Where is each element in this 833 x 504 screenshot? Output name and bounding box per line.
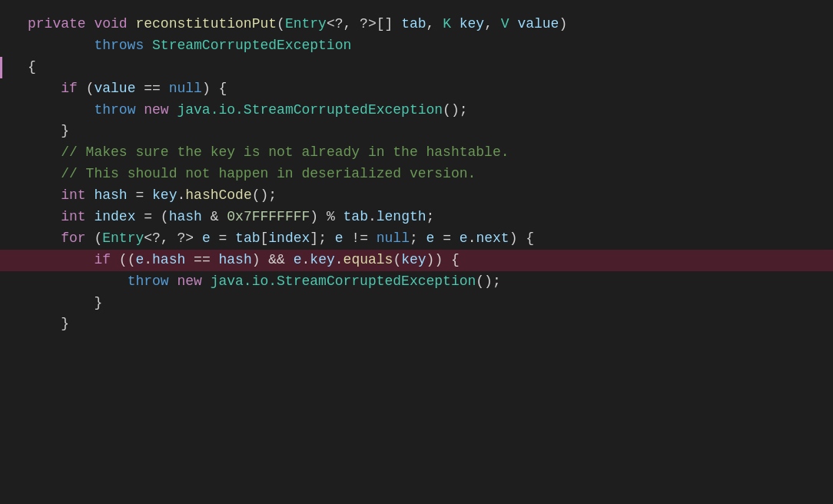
code-token: )) { <box>426 250 460 271</box>
code-token: = ( <box>135 207 168 228</box>
code-token: (); <box>252 185 277 207</box>
code-token: ) && <box>252 250 294 271</box>
code-token: } <box>28 313 69 335</box>
code-token: length <box>377 207 426 228</box>
code-token <box>28 185 61 207</box>
code-token: e <box>426 228 435 250</box>
code-token: hashCode <box>185 185 251 207</box>
code-token: tab <box>343 207 368 228</box>
code-token: StreamCorruptedException <box>152 35 351 57</box>
code-token: hash <box>152 250 185 271</box>
code-token <box>28 78 61 100</box>
code-token: index <box>94 207 135 228</box>
code-token: value <box>517 14 559 35</box>
code-token: index <box>268 228 310 250</box>
code-token: ) % <box>310 207 343 228</box>
code-token: ) <box>559 14 567 35</box>
code-line: private void reconstitutionPut(Entry<?, … <box>0 14 833 35</box>
code-token: hash <box>219 250 252 271</box>
code-token <box>28 207 61 228</box>
code-line: // Makes sure the key is not already in … <box>0 142 833 164</box>
code-token <box>451 14 460 35</box>
code-token: new <box>177 271 210 293</box>
code-token: (); <box>443 100 467 121</box>
code-token: <?, ?> <box>144 228 202 250</box>
code-line: int index = (hash & 0x7FFFFFFF) % tab.le… <box>0 207 833 228</box>
code-editor: private void reconstitutionPut(Entry<?, … <box>0 0 833 504</box>
code-token: ; <box>410 228 426 250</box>
code-token <box>28 164 61 185</box>
code-token: != <box>343 228 377 250</box>
code-token <box>28 250 94 271</box>
code-line: } <box>0 121 833 142</box>
code-token: if <box>94 250 111 271</box>
code-token: = <box>434 228 459 250</box>
code-token: . <box>177 185 185 207</box>
code-token: e <box>294 250 302 271</box>
code-token: e <box>460 228 468 250</box>
code-token: , <box>426 14 443 35</box>
code-token: tab <box>235 228 260 250</box>
code-token: } <box>28 121 69 142</box>
code-token: null <box>169 78 202 100</box>
code-token <box>28 228 61 250</box>
code-token <box>28 100 94 121</box>
code-token <box>28 142 61 164</box>
code-token: == <box>135 78 168 100</box>
code-token: throw <box>128 271 178 293</box>
code-line: throw new java.io.StreamCorruptedExcepti… <box>0 100 833 121</box>
code-token: (( <box>111 250 135 271</box>
code-token: V <box>501 14 509 35</box>
code-token: e <box>202 228 211 250</box>
code-token: = <box>211 228 235 250</box>
code-token: (); <box>476 271 500 293</box>
code-token: ]; <box>310 228 334 250</box>
code-token: value <box>94 78 135 100</box>
code-token: equals <box>343 250 393 271</box>
code-line: int hash = key.hashCode(); <box>0 185 833 207</box>
code-token: int <box>61 207 94 228</box>
code-token: [ <box>261 228 269 250</box>
code-token: // This should not happen in deserialize… <box>61 164 476 185</box>
code-token: key <box>460 14 484 35</box>
code-token: Entry <box>102 228 144 250</box>
code-token: , <box>484 14 501 35</box>
code-token: ; <box>426 207 435 228</box>
code-line: throws StreamCorruptedException <box>0 35 833 57</box>
code-token: hash <box>94 185 127 207</box>
code-token: throws <box>28 35 152 57</box>
code-token: for <box>61 228 85 250</box>
code-line: } <box>0 293 833 314</box>
code-token: Entry <box>285 14 327 35</box>
code-token: . <box>368 207 377 228</box>
code-token: ( <box>86 228 103 250</box>
code-token: ( <box>277 14 285 35</box>
code-token: next <box>476 228 509 250</box>
code-token: int <box>61 185 94 207</box>
code-token: . <box>302 250 310 271</box>
code-token: hash <box>169 207 202 228</box>
code-token: . <box>335 250 343 271</box>
code-token: key <box>152 185 177 207</box>
code-token: { <box>28 57 36 78</box>
code-token: java.io.StreamCorruptedException <box>211 271 476 293</box>
code-token: private <box>28 14 94 35</box>
code-line: { <box>0 57 833 78</box>
code-token: reconstitutionPut <box>135 14 277 35</box>
code-token: ) { <box>509 228 534 250</box>
code-token: ( <box>393 250 401 271</box>
code-token: & <box>202 207 227 228</box>
code-token: 0x7FFFFFFF <box>227 207 310 228</box>
code-token: . <box>144 250 152 271</box>
code-line: if (value == null) { <box>0 78 833 100</box>
code-token: . <box>468 228 476 250</box>
code-token: = <box>128 185 152 207</box>
code-token: key <box>310 250 334 271</box>
code-token <box>509 14 518 35</box>
code-line: // This should not happen in deserialize… <box>0 164 833 185</box>
code-token: null <box>377 228 410 250</box>
code-token: void <box>94 14 135 35</box>
code-token: throw <box>94 100 144 121</box>
code-token: new <box>144 100 177 121</box>
code-line: for (Entry<?, ?> e = tab[index]; e != nu… <box>0 228 833 250</box>
